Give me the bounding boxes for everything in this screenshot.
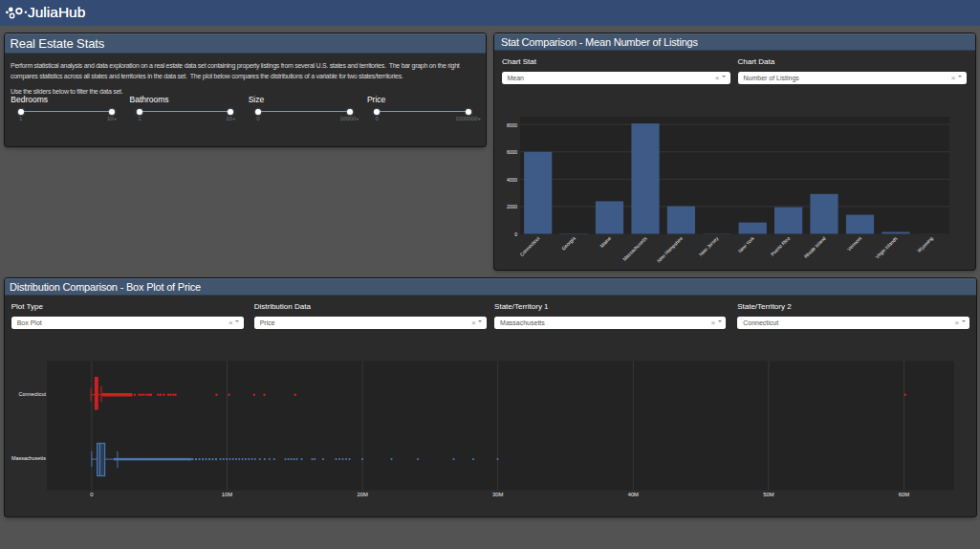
svg-text:2000: 2000 (507, 204, 517, 209)
svg-text:Virgin Islands: Virgin Islands (874, 234, 899, 259)
svg-text:Connecticut: Connecticut (518, 234, 540, 256)
svg-text:0: 0 (514, 231, 517, 236)
svg-text:10M: 10M (221, 491, 231, 496)
svg-text:50M: 50M (763, 491, 773, 496)
svg-text:Puerto Rico: Puerto Rico (770, 234, 792, 256)
svg-text:8000: 8000 (507, 121, 517, 127)
svg-text:Wyoming: Wyoming (916, 234, 934, 253)
svg-text:Vermont: Vermont (846, 234, 863, 252)
svg-text:40M: 40M (627, 491, 638, 496)
svg-text:4000: 4000 (507, 176, 517, 182)
svg-text:Massachusetts: Massachusetts (621, 234, 648, 261)
svg-text:60M: 60M (898, 491, 908, 496)
svg-text:New Hampshire: New Hampshire (656, 234, 685, 263)
svg-text:New York: New York (737, 234, 756, 253)
svg-text:New Jersey: New Jersey (698, 234, 720, 256)
svg-text:Georgia: Georgia (560, 234, 577, 251)
svg-text:0: 0 (90, 491, 93, 496)
svg-text:Connecticut: Connecticut (18, 391, 46, 397)
svg-text:Maine: Maine (599, 234, 612, 248)
svg-text:6000: 6000 (507, 149, 517, 155)
svg-text:Rhode Island: Rhode Island (803, 234, 827, 258)
svg-text:30M: 30M (492, 491, 503, 496)
svg-text:20M: 20M (357, 491, 367, 496)
svg-text:Massachusetts: Massachusetts (11, 455, 46, 461)
